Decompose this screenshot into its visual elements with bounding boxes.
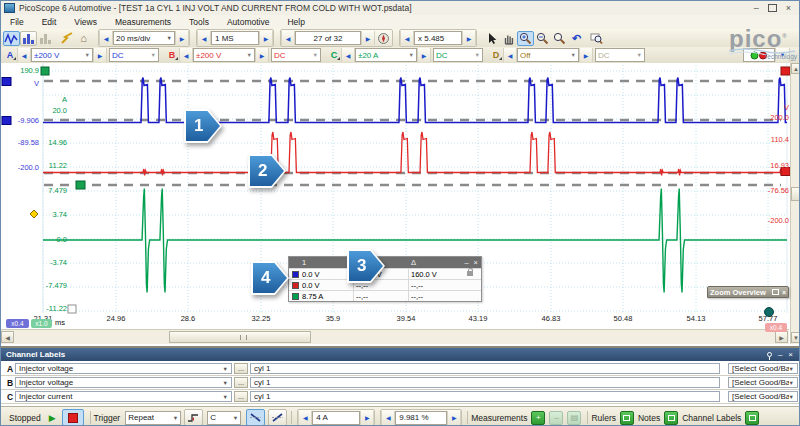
horizontal-scrollbar[interactable]: ◀ ▶ (1, 329, 789, 344)
axis-c-tick: 3.74 (27, 211, 67, 219)
time-axis-tick: 39.54 (386, 314, 426, 323)
axis-b-unit: V (749, 104, 789, 112)
ruler-handle-white-parked (68, 305, 76, 313)
axis-b-tick: -76.56 (749, 187, 789, 195)
waveform-plot (1, 1, 800, 426)
marker-number: 1 (186, 111, 220, 141)
legend-minimize-icon[interactable]: – (464, 258, 468, 267)
channel-color-chip (292, 293, 299, 300)
axis-c-tick: 20.0 (27, 107, 67, 115)
time-axis-tick: 28.6 (168, 314, 208, 323)
scroll-down-button[interactable]: ▼ (791, 332, 800, 343)
marker-number: 4 (253, 263, 287, 293)
axis-c-tick: -7.479 (27, 282, 67, 290)
axis-b-tick: 110.4 (749, 136, 789, 144)
time-axis-tick: 35.9 (313, 314, 353, 323)
time-axis-tick: 24.96 (96, 314, 136, 323)
annotation-marker-4: 4 (251, 261, 289, 295)
zoom-overview-restore-icon[interactable] (772, 289, 779, 295)
vertical-scrollbar[interactable]: ▲ ▼ (790, 63, 800, 344)
annotation-marker-3: 3 (347, 249, 385, 283)
time-axis-tick: 50.48 (603, 314, 643, 323)
zoom-overview-close-icon[interactable]: × (782, 289, 786, 296)
column-divider (408, 269, 409, 279)
ruler-value-2: --,-- (356, 292, 368, 301)
column-divider (408, 280, 409, 290)
x-zoom-badge-green: x1.0 (31, 319, 52, 328)
axis-c-tick: -11.22 (27, 305, 67, 313)
annotation-marker-1: 1 (184, 109, 222, 143)
ruler-value-1: 0.0 V (302, 281, 320, 290)
axis-c-tick: 7.479 (27, 187, 67, 195)
ruler-value-1: 8.75 A (302, 292, 323, 301)
ruler-value-1: 0.0 V (302, 270, 320, 279)
scroll-left-button[interactable]: ◀ (1, 331, 14, 343)
ruler-handle-green-1 (76, 181, 85, 189)
ruler-delta: --,-- (411, 281, 423, 290)
axis-a-unit: V (0, 80, 39, 88)
time-axis-tick: 54.13 (676, 314, 716, 323)
zoom-overview-window[interactable]: Zoom Overview × (707, 286, 789, 298)
waveform-channel-b (43, 132, 787, 176)
ruler-handle-green-parked (41, 67, 49, 75)
marker-number: 2 (250, 156, 284, 186)
time-axis-tick: 43.19 (458, 314, 498, 323)
ruler-delta: --,-- (411, 292, 423, 301)
waveform-channel-a (43, 78, 800, 123)
zoom-overview-title: Zoom Overview (710, 288, 766, 297)
time-axis-tick: 46.83 (531, 314, 571, 323)
axis-c-tick: -3.74 (27, 259, 67, 267)
ruler-delta: 160.0 V (411, 270, 437, 279)
horizontal-scroll-thumb[interactable] (169, 331, 311, 343)
scroll-right-button[interactable]: ▶ (775, 331, 788, 343)
marker-number: 3 (349, 251, 383, 281)
axis-label-top: 190.9 (0, 67, 39, 75)
time-axis-tick: 32.25 (241, 314, 281, 323)
annotation-marker-2: 2 (248, 154, 286, 188)
vertical-scroll-thumb[interactable] (791, 187, 800, 201)
channel-color-chip (292, 271, 299, 278)
ruler-legend-row: 0.0 V--,----,-- (289, 279, 481, 290)
axis-b-tick: 200.0 (749, 114, 789, 122)
x-zoom-badge-red: x0.4 (765, 323, 787, 332)
picoscope-window: PicoScope 6 Automotive - [TEST 1a CYL 1 … (0, 0, 800, 426)
axis-b-tick: 16.93 (749, 162, 789, 170)
lock-icon (467, 271, 473, 276)
x-zoom-badge-blue: x0.4 (6, 319, 29, 328)
legend-close-icon[interactable]: × (474, 258, 478, 267)
axis-a-tick: -9.906 (0, 117, 39, 125)
axis-c-tick: 11.22 (27, 162, 67, 170)
ruler-legend-header: 1 2 Δ – × (289, 257, 481, 268)
axis-c-tick: 14.96 (27, 139, 67, 147)
time-axis-tick: 57.77 (748, 314, 788, 323)
axis-c-tick: 0.0 (27, 236, 67, 244)
column-divider (353, 291, 354, 301)
ruler-handle-red-parked (781, 67, 790, 75)
pico-logo: pico® Technology (729, 25, 797, 61)
ruler-legend-row: 0.0 V160.0 V160.0 V (289, 268, 481, 279)
ruler-legend: 1 2 Δ – × 0.0 V160.0 V160.0 V0.0 V--,---… (288, 256, 482, 302)
brand-sub: Technology (764, 53, 797, 60)
scroll-up-button[interactable]: ▲ (791, 63, 800, 74)
axis-c-unit: A (27, 96, 67, 104)
channel-color-chip (292, 282, 299, 289)
axis-b-tick: -200.0 (749, 217, 789, 225)
ruler-legend-row: 8.75 A--,----,-- (289, 290, 481, 301)
ruler-col-delta: Δ (411, 258, 416, 267)
column-divider (408, 291, 409, 301)
